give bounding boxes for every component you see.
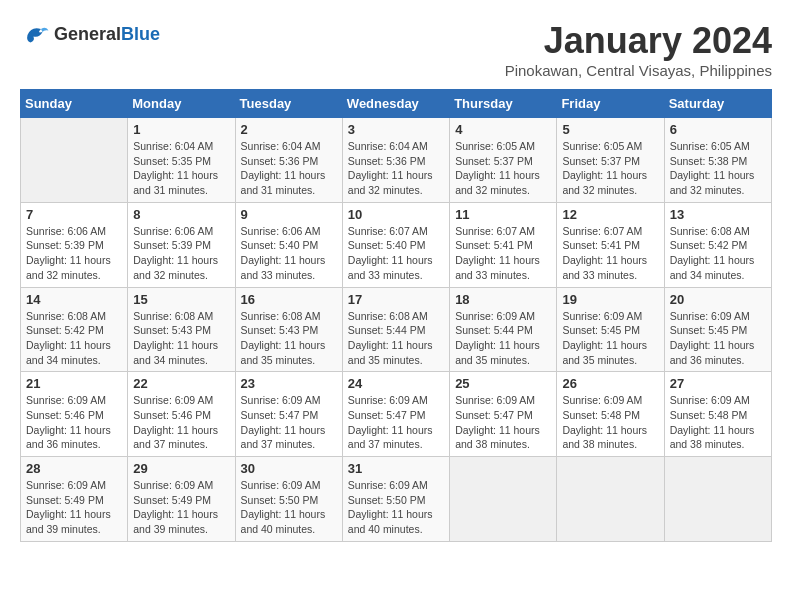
calendar-cell: 16Sunrise: 6:08 AMSunset: 5:43 PMDayligh…: [235, 287, 342, 372]
day-number: 16: [241, 292, 337, 307]
day-info: Sunrise: 6:05 AMSunset: 5:37 PMDaylight:…: [562, 139, 658, 198]
weekday-header-friday: Friday: [557, 90, 664, 118]
day-info: Sunrise: 6:08 AMSunset: 5:43 PMDaylight:…: [133, 309, 229, 368]
day-info: Sunrise: 6:09 AMSunset: 5:44 PMDaylight:…: [455, 309, 551, 368]
day-info: Sunrise: 6:07 AMSunset: 5:41 PMDaylight:…: [455, 224, 551, 283]
day-number: 17: [348, 292, 444, 307]
day-number: 29: [133, 461, 229, 476]
calendar-cell: 25Sunrise: 6:09 AMSunset: 5:47 PMDayligh…: [450, 372, 557, 457]
day-number: 14: [26, 292, 122, 307]
day-info: Sunrise: 6:09 AMSunset: 5:48 PMDaylight:…: [562, 393, 658, 452]
day-number: 13: [670, 207, 766, 222]
calendar-cell: 18Sunrise: 6:09 AMSunset: 5:44 PMDayligh…: [450, 287, 557, 372]
calendar-week-row: 21Sunrise: 6:09 AMSunset: 5:46 PMDayligh…: [21, 372, 772, 457]
calendar-cell: 5Sunrise: 6:05 AMSunset: 5:37 PMDaylight…: [557, 118, 664, 203]
day-number: 10: [348, 207, 444, 222]
day-info: Sunrise: 6:08 AMSunset: 5:42 PMDaylight:…: [670, 224, 766, 283]
day-info: Sunrise: 6:09 AMSunset: 5:48 PMDaylight:…: [670, 393, 766, 452]
calendar-week-row: 28Sunrise: 6:09 AMSunset: 5:49 PMDayligh…: [21, 457, 772, 542]
calendar-cell: 17Sunrise: 6:08 AMSunset: 5:44 PMDayligh…: [342, 287, 449, 372]
day-info: Sunrise: 6:09 AMSunset: 5:50 PMDaylight:…: [348, 478, 444, 537]
day-info: Sunrise: 6:09 AMSunset: 5:49 PMDaylight:…: [26, 478, 122, 537]
calendar-cell: 22Sunrise: 6:09 AMSunset: 5:46 PMDayligh…: [128, 372, 235, 457]
day-number: 9: [241, 207, 337, 222]
day-info: Sunrise: 6:04 AMSunset: 5:36 PMDaylight:…: [241, 139, 337, 198]
calendar-cell: 13Sunrise: 6:08 AMSunset: 5:42 PMDayligh…: [664, 202, 771, 287]
calendar-cell: 31Sunrise: 6:09 AMSunset: 5:50 PMDayligh…: [342, 457, 449, 542]
calendar-cell: 8Sunrise: 6:06 AMSunset: 5:39 PMDaylight…: [128, 202, 235, 287]
weekday-header-wednesday: Wednesday: [342, 90, 449, 118]
page-header: GeneralBlue January 2024 Pinokawan, Cent…: [20, 20, 772, 79]
calendar-cell: 30Sunrise: 6:09 AMSunset: 5:50 PMDayligh…: [235, 457, 342, 542]
calendar-cell: 26Sunrise: 6:09 AMSunset: 5:48 PMDayligh…: [557, 372, 664, 457]
day-number: 7: [26, 207, 122, 222]
day-number: 19: [562, 292, 658, 307]
day-number: 1: [133, 122, 229, 137]
day-info: Sunrise: 6:09 AMSunset: 5:46 PMDaylight:…: [26, 393, 122, 452]
calendar-week-row: 7Sunrise: 6:06 AMSunset: 5:39 PMDaylight…: [21, 202, 772, 287]
day-number: 31: [348, 461, 444, 476]
calendar-cell: 20Sunrise: 6:09 AMSunset: 5:45 PMDayligh…: [664, 287, 771, 372]
calendar-cell: 10Sunrise: 6:07 AMSunset: 5:40 PMDayligh…: [342, 202, 449, 287]
calendar-cell: 1Sunrise: 6:04 AMSunset: 5:35 PMDaylight…: [128, 118, 235, 203]
calendar-cell: 4Sunrise: 6:05 AMSunset: 5:37 PMDaylight…: [450, 118, 557, 203]
calendar-cell: 6Sunrise: 6:05 AMSunset: 5:38 PMDaylight…: [664, 118, 771, 203]
calendar-cell: [450, 457, 557, 542]
calendar-week-row: 1Sunrise: 6:04 AMSunset: 5:35 PMDaylight…: [21, 118, 772, 203]
calendar-cell: 19Sunrise: 6:09 AMSunset: 5:45 PMDayligh…: [557, 287, 664, 372]
location: Pinokawan, Central Visayas, Philippines: [505, 62, 772, 79]
day-number: 28: [26, 461, 122, 476]
weekday-header-monday: Monday: [128, 90, 235, 118]
day-number: 8: [133, 207, 229, 222]
calendar-cell: 23Sunrise: 6:09 AMSunset: 5:47 PMDayligh…: [235, 372, 342, 457]
day-info: Sunrise: 6:09 AMSunset: 5:47 PMDaylight:…: [241, 393, 337, 452]
day-info: Sunrise: 6:05 AMSunset: 5:37 PMDaylight:…: [455, 139, 551, 198]
day-number: 2: [241, 122, 337, 137]
logo-text: GeneralBlue: [54, 25, 160, 45]
title-block: January 2024 Pinokawan, Central Visayas,…: [505, 20, 772, 79]
calendar-cell: 7Sunrise: 6:06 AMSunset: 5:39 PMDaylight…: [21, 202, 128, 287]
logo: GeneralBlue: [20, 20, 160, 50]
day-number: 20: [670, 292, 766, 307]
day-number: 4: [455, 122, 551, 137]
day-info: Sunrise: 6:07 AMSunset: 5:40 PMDaylight:…: [348, 224, 444, 283]
weekday-header-tuesday: Tuesday: [235, 90, 342, 118]
logo-bird-icon: [20, 20, 50, 50]
calendar-cell: [557, 457, 664, 542]
day-number: 26: [562, 376, 658, 391]
calendar-cell: [664, 457, 771, 542]
day-number: 30: [241, 461, 337, 476]
weekday-header-sunday: Sunday: [21, 90, 128, 118]
weekday-header-saturday: Saturday: [664, 90, 771, 118]
calendar-cell: 14Sunrise: 6:08 AMSunset: 5:42 PMDayligh…: [21, 287, 128, 372]
weekday-header-row: SundayMondayTuesdayWednesdayThursdayFrid…: [21, 90, 772, 118]
calendar-cell: 15Sunrise: 6:08 AMSunset: 5:43 PMDayligh…: [128, 287, 235, 372]
day-info: Sunrise: 6:07 AMSunset: 5:41 PMDaylight:…: [562, 224, 658, 283]
month-title: January 2024: [505, 20, 772, 62]
day-info: Sunrise: 6:08 AMSunset: 5:44 PMDaylight:…: [348, 309, 444, 368]
calendar-cell: [21, 118, 128, 203]
day-info: Sunrise: 6:05 AMSunset: 5:38 PMDaylight:…: [670, 139, 766, 198]
day-number: 6: [670, 122, 766, 137]
day-number: 25: [455, 376, 551, 391]
day-number: 24: [348, 376, 444, 391]
calendar-cell: 29Sunrise: 6:09 AMSunset: 5:49 PMDayligh…: [128, 457, 235, 542]
day-number: 22: [133, 376, 229, 391]
day-info: Sunrise: 6:09 AMSunset: 5:50 PMDaylight:…: [241, 478, 337, 537]
day-number: 12: [562, 207, 658, 222]
calendar-table: SundayMondayTuesdayWednesdayThursdayFrid…: [20, 89, 772, 542]
day-info: Sunrise: 6:04 AMSunset: 5:35 PMDaylight:…: [133, 139, 229, 198]
day-number: 3: [348, 122, 444, 137]
day-number: 23: [241, 376, 337, 391]
calendar-cell: 27Sunrise: 6:09 AMSunset: 5:48 PMDayligh…: [664, 372, 771, 457]
day-info: Sunrise: 6:09 AMSunset: 5:47 PMDaylight:…: [348, 393, 444, 452]
day-info: Sunrise: 6:09 AMSunset: 5:47 PMDaylight:…: [455, 393, 551, 452]
weekday-header-thursday: Thursday: [450, 90, 557, 118]
day-info: Sunrise: 6:09 AMSunset: 5:49 PMDaylight:…: [133, 478, 229, 537]
calendar-cell: 2Sunrise: 6:04 AMSunset: 5:36 PMDaylight…: [235, 118, 342, 203]
day-number: 18: [455, 292, 551, 307]
day-info: Sunrise: 6:09 AMSunset: 5:46 PMDaylight:…: [133, 393, 229, 452]
calendar-week-row: 14Sunrise: 6:08 AMSunset: 5:42 PMDayligh…: [21, 287, 772, 372]
day-number: 21: [26, 376, 122, 391]
day-number: 15: [133, 292, 229, 307]
